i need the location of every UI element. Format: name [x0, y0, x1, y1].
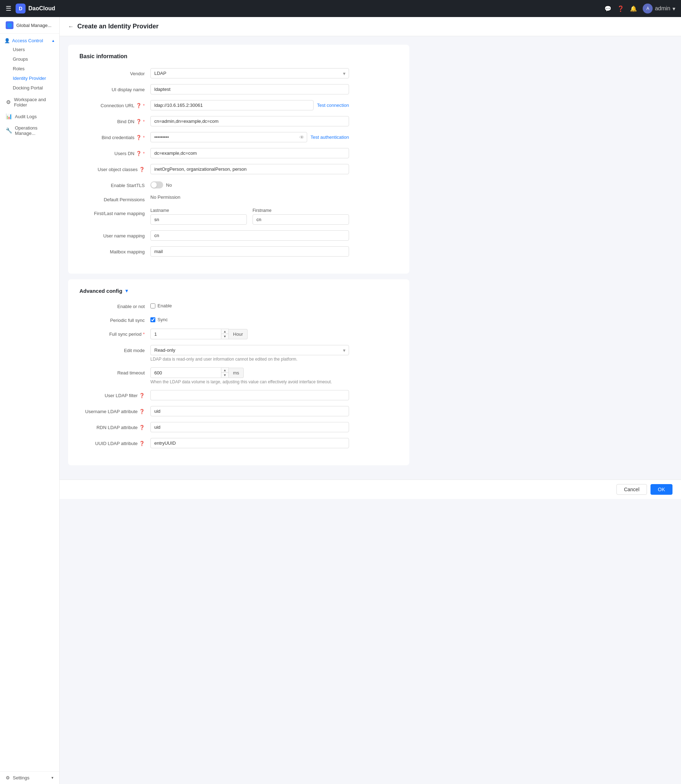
rdn-ldap-attr-input[interactable] [150, 422, 349, 432]
full-sync-period-required: * [143, 332, 145, 337]
admin-chevron-icon: ▾ [673, 5, 675, 12]
logo-icon: D [16, 3, 25, 13]
access-control-header[interactable]: 👤 Access Control ▲ [0, 35, 59, 45]
sidebar-item-workspace-folder[interactable]: ⚙ Workspace and Folder [0, 94, 59, 110]
enable-checkbox[interactable] [150, 303, 155, 308]
lastname-input[interactable] [150, 214, 247, 225]
name-mapping-label: First/Last name mapping [79, 208, 150, 216]
read-timeout-spinner-wrap: ▲ ▼ [150, 367, 229, 378]
bell-icon[interactable]: 🔔 [630, 5, 637, 12]
sidebar-item-groups[interactable]: Groups [0, 54, 59, 64]
user-object-classes-input[interactable] [150, 164, 349, 174]
password-toggle-icon[interactable]: 👁 [299, 135, 304, 140]
full-sync-period-label: Full sync period * [79, 329, 150, 337]
admin-label: admin [655, 5, 670, 12]
avatar: A [643, 3, 652, 13]
chat-icon[interactable]: 💬 [604, 5, 611, 12]
enable-checkbox-wrap: Enable [150, 301, 349, 308]
connection-url-input[interactable] [150, 100, 314, 110]
enable-or-not-row: Enable or not Enable [79, 301, 398, 309]
uuid-ldap-attr-input[interactable] [150, 438, 349, 448]
ui-display-name-control [150, 84, 349, 94]
users-dn-help-icon[interactable]: ❓ [136, 151, 141, 156]
username-mapping-input[interactable] [150, 230, 349, 241]
sync-checkbox[interactable] [150, 317, 155, 322]
read-timeout-input[interactable] [150, 367, 221, 378]
read-timeout-decrement[interactable]: ▼ [221, 373, 228, 378]
bind-credentials-required: * [143, 135, 145, 140]
bind-dn-row: Bind DN ❓ * [79, 116, 398, 126]
full-sync-period-input[interactable] [150, 329, 221, 339]
sidebar-settings[interactable]: ⚙ Settings ▾ [0, 771, 59, 784]
bind-credentials-input[interactable] [150, 132, 307, 142]
read-timeout-spinners: ▲ ▼ [221, 367, 229, 378]
edit-mode-select[interactable]: Read-only Writable [150, 345, 349, 355]
bind-dn-input[interactable] [150, 116, 349, 126]
user-ldap-filter-row: User LDAP filter ❓ [79, 390, 398, 400]
admin-area[interactable]: A admin ▾ [643, 3, 675, 13]
rdn-ldap-attr-help-icon[interactable]: ❓ [139, 425, 145, 430]
user-object-classes-control [150, 164, 349, 174]
username-ldap-attr-help-icon[interactable]: ❓ [139, 409, 145, 414]
form-footer: Cancel OK [60, 479, 681, 499]
connection-url-help-icon[interactable]: ❓ [136, 103, 141, 108]
full-sync-period-row: Full sync period * ▲ ▼ [79, 329, 398, 339]
read-timeout-increment[interactable]: ▲ [221, 368, 228, 373]
full-sync-period-increment[interactable]: ▲ [221, 329, 228, 334]
bind-dn-help-icon[interactable]: ❓ [136, 119, 141, 124]
sidebar-item-docking-portal[interactable]: Docking Portal [0, 83, 59, 93]
bind-credentials-help-icon[interactable]: ❓ [136, 135, 141, 140]
connection-url-required: * [143, 103, 145, 108]
user-object-classes-label: User object classes ❓ [79, 164, 150, 172]
sidebar-workspace[interactable]: 🌐 Global Manage... [0, 17, 59, 34]
sidebar-item-roles[interactable]: Roles [0, 64, 59, 73]
mailbox-mapping-label: Mailbox mapping [79, 246, 150, 254]
firstname-label: Firstname [253, 208, 349, 213]
vendor-control: LDAP OIDC SAML [150, 68, 349, 78]
top-header: ☰ D DaoCloud 💬 ❓ 🔔 A admin ▾ [0, 0, 681, 17]
sidebar-section-access-control: 👤 Access Control ▲ Users Groups Roles Id… [0, 34, 59, 94]
ok-button[interactable]: OK [651, 484, 673, 495]
user-ldap-filter-input[interactable] [150, 390, 349, 400]
sidebar-item-identity-provider[interactable]: Identity Provider [0, 73, 59, 83]
advanced-config-title: Advanced config [79, 288, 122, 294]
hamburger-icon[interactable]: ☰ [6, 5, 11, 13]
mailbox-mapping-input[interactable] [150, 246, 349, 257]
help-icon[interactable]: ❓ [617, 5, 624, 12]
ui-display-name-input[interactable] [150, 84, 349, 94]
username-ldap-attr-input[interactable] [150, 406, 349, 416]
sidebar-item-users[interactable]: Users [0, 45, 59, 54]
users-dn-input[interactable] [150, 148, 349, 158]
ui-display-name-label: UI display name [79, 84, 150, 92]
user-object-classes-help-icon[interactable]: ❓ [139, 167, 145, 172]
read-timeout-row: Read timeout ▲ ▼ ms [79, 367, 398, 384]
full-sync-period-spinner-wrap: ▲ ▼ [150, 329, 229, 339]
uuid-ldap-attr-help-icon[interactable]: ❓ [139, 441, 145, 446]
bind-dn-control [150, 116, 349, 126]
sidebar-item-audit-logs[interactable]: 📊 Audit Logs [0, 110, 59, 122]
settings-chevron-icon: ▾ [51, 776, 54, 780]
starttls-toggle-label: No [166, 183, 172, 188]
starttls-toggle-wrap: No [150, 180, 349, 189]
cancel-button[interactable]: Cancel [616, 484, 647, 495]
sync-checkbox-label[interactable]: Sync [157, 317, 168, 322]
enable-starttls-label: Enable StartTLS [79, 180, 150, 188]
sidebar-item-operations-manage[interactable]: 🔧 Operations Manage... [0, 122, 59, 139]
connection-url-input-group: Test connection [150, 100, 349, 110]
user-ldap-filter-label: User LDAP filter ❓ [79, 390, 150, 398]
firstname-input[interactable] [253, 214, 349, 225]
enable-checkbox-label[interactable]: Enable [157, 303, 172, 308]
default-permissions-label: Default Permissions [79, 194, 150, 202]
back-button[interactable]: ← [68, 24, 74, 30]
advanced-config-header[interactable]: Advanced config ▼ [79, 288, 398, 294]
test-authentication-button[interactable]: Test authentication [311, 135, 349, 140]
starttls-toggle-knob [151, 182, 157, 188]
test-connection-button[interactable]: Test connection [317, 103, 349, 108]
uuid-ldap-attr-label: UUID LDAP attribute ❓ [79, 438, 150, 446]
vendor-select[interactable]: LDAP OIDC SAML [150, 68, 349, 78]
user-ldap-filter-help-icon[interactable]: ❓ [139, 393, 145, 398]
bind-credentials-row: Bind credentials ❓ * 👁 Test authenticati… [79, 132, 398, 142]
starttls-toggle[interactable] [150, 181, 163, 189]
name-mapping-inputs: Lastname Firstname [150, 208, 349, 225]
full-sync-period-decrement[interactable]: ▼ [221, 334, 228, 339]
